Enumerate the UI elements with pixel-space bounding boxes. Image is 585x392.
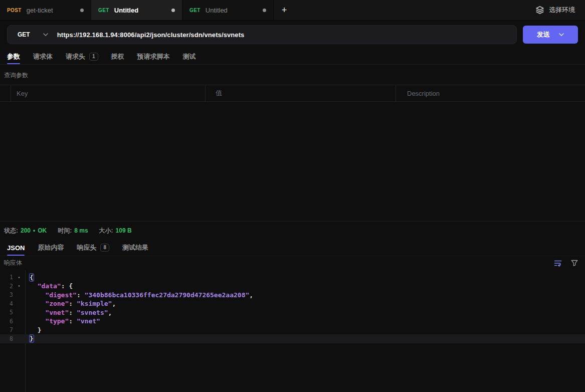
response-tab-label: 测试结果 bbox=[122, 243, 148, 252]
param-value-input[interactable]: 值 bbox=[206, 85, 396, 101]
code-line: 5 "vnet": "svnets", bbox=[0, 308, 585, 317]
chevron-down-icon bbox=[559, 33, 564, 36]
method-badge: POST bbox=[7, 8, 22, 13]
environment-selector-label: 选择环境 bbox=[549, 6, 575, 15]
code-token bbox=[30, 309, 45, 316]
tab-title: get-ticket bbox=[27, 7, 53, 14]
send-button-label: 发送 bbox=[537, 30, 550, 39]
count-badge: 1 bbox=[89, 53, 98, 61]
code-token: "ksimple" bbox=[77, 300, 112, 307]
response-body-label: 响应体 bbox=[4, 259, 22, 267]
request-url-row: GET https://192.168.1.94:8006/api2/json/… bbox=[0, 21, 585, 49]
response-body-header: 响应体 bbox=[0, 256, 585, 270]
tab-请求体[interactable]: 请求体 bbox=[27, 49, 59, 64]
code-line-content: } bbox=[25, 326, 41, 334]
code-line-content: "digest": "340b86bca10336ffec27da2790d47… bbox=[25, 291, 253, 299]
line-number: 7 bbox=[0, 326, 13, 333]
response-tab-测试结果[interactable]: 测试结果 bbox=[116, 240, 155, 256]
status-separator: • bbox=[33, 227, 35, 234]
request-tab[interactable]: GETUntitled bbox=[182, 0, 274, 20]
response-tab-响应头[interactable]: 响应头8 bbox=[70, 240, 116, 256]
unsaved-dot[interactable] bbox=[80, 9, 84, 12]
response-tab-JSON[interactable]: JSON bbox=[1, 240, 31, 256]
tab-请求头[interactable]: 请求头1 bbox=[59, 49, 105, 64]
response-json-viewer[interactable]: 1▾{2▾ "data": {3 "digest": "340b86bca103… bbox=[0, 270, 585, 392]
code-line-content: { bbox=[25, 274, 34, 281]
code-token: : bbox=[77, 291, 85, 299]
code-line-content: "vnet": "svnets", bbox=[25, 309, 112, 316]
tab-label: 请求头 bbox=[66, 52, 85, 61]
request-section-tabs: 参数请求体请求头1授权预请求脚本测试 bbox=[0, 49, 585, 65]
request-tab[interactable]: POSTget-ticket bbox=[0, 0, 91, 20]
response-section-tabs: JSON原始内容响应头8测试结果 bbox=[0, 240, 585, 256]
code-token bbox=[30, 291, 45, 299]
param-key-input[interactable]: Key bbox=[11, 85, 206, 101]
send-button[interactable]: 发送 bbox=[523, 26, 578, 44]
param-description-input[interactable]: Description bbox=[396, 85, 585, 101]
code-token bbox=[30, 317, 45, 325]
fold-arrow-icon[interactable]: ▾ bbox=[13, 284, 25, 288]
url-input[interactable]: https://192.168.1.94:8006/api2/json/clus… bbox=[57, 31, 245, 39]
request-tab-bar: POSTget-ticketGETUntitledGETUntitled + 选… bbox=[0, 0, 585, 21]
line-number: 2 bbox=[0, 283, 13, 290]
line-number: 8 bbox=[0, 335, 13, 342]
line-number: 4 bbox=[0, 300, 13, 307]
time-label: 时间: bbox=[58, 227, 72, 235]
query-params-label: 查询参数 bbox=[0, 65, 585, 85]
filter-icon[interactable] bbox=[570, 259, 578, 267]
code-token: "type" bbox=[45, 317, 69, 325]
code-token bbox=[30, 300, 45, 307]
tab-title: Untitled bbox=[114, 7, 138, 14]
code-token: "zone" bbox=[45, 300, 69, 307]
param-description-placeholder: Description bbox=[407, 90, 440, 97]
param-row-checkbox-cell[interactable] bbox=[0, 85, 11, 101]
status-code: 200 bbox=[21, 227, 31, 234]
code-line-content: } bbox=[25, 335, 34, 342]
code-line: 8} bbox=[0, 334, 585, 343]
code-token: , bbox=[108, 309, 112, 316]
method-badge: GET bbox=[189, 8, 201, 13]
code-token: } bbox=[30, 326, 41, 334]
environment-selector[interactable]: 选择环境 bbox=[525, 0, 585, 20]
code-token: : bbox=[69, 309, 77, 316]
method-dropdown[interactable]: GET bbox=[8, 31, 57, 38]
line-number: 5 bbox=[0, 309, 13, 316]
tab-label: 预请求脚本 bbox=[137, 52, 170, 61]
response-tab-label: 原始内容 bbox=[38, 243, 64, 252]
size-value: 109 B bbox=[116, 227, 132, 234]
method-dropdown-value: GET bbox=[18, 31, 30, 38]
code-token: : bbox=[69, 317, 77, 325]
code-token: , bbox=[112, 300, 116, 307]
request-tab[interactable]: GETUntitled bbox=[91, 0, 182, 20]
tab-title: Untitled bbox=[206, 7, 228, 14]
code-token: "svnets" bbox=[77, 309, 108, 316]
code-line: 1▾{ bbox=[0, 273, 585, 282]
tab-授权[interactable]: 授权 bbox=[105, 49, 131, 64]
line-number: 1 bbox=[0, 274, 13, 281]
wrap-text-icon[interactable] bbox=[553, 259, 562, 267]
response-status-bar: 状态: 200 • OK 时间: 8 ms 大小: 109 B bbox=[0, 221, 585, 240]
fold-arrow-icon[interactable]: ▾ bbox=[13, 275, 25, 280]
params-table-header: Key 值 Description bbox=[0, 85, 585, 102]
time-value: 8 ms bbox=[74, 227, 88, 234]
code-token: : { bbox=[61, 282, 73, 290]
unsaved-dot[interactable] bbox=[263, 9, 266, 12]
tab-参数[interactable]: 参数 bbox=[1, 49, 27, 64]
add-tab-button[interactable]: + bbox=[274, 0, 295, 20]
code-token: , bbox=[249, 291, 253, 299]
code-token: : bbox=[69, 300, 77, 307]
code-line: 2▾ "data": { bbox=[0, 282, 585, 291]
code-token: "data" bbox=[38, 282, 61, 290]
response-tab-原始内容[interactable]: 原始内容 bbox=[31, 240, 70, 256]
request-pane-empty-area bbox=[0, 102, 585, 221]
code-line: 4 "zone": "ksimple", bbox=[0, 299, 585, 308]
line-number: 6 bbox=[0, 318, 13, 325]
param-key-placeholder: Key bbox=[17, 90, 28, 97]
tab-预请求脚本[interactable]: 预请求脚本 bbox=[131, 49, 176, 64]
layers-icon bbox=[535, 6, 544, 15]
tab-测试[interactable]: 测试 bbox=[176, 49, 203, 64]
unsaved-dot[interactable] bbox=[171, 9, 175, 12]
response-tab-label: JSON bbox=[7, 244, 25, 252]
size-label: 大小: bbox=[99, 227, 113, 235]
code-line-content: "zone": "ksimple", bbox=[25, 300, 116, 307]
